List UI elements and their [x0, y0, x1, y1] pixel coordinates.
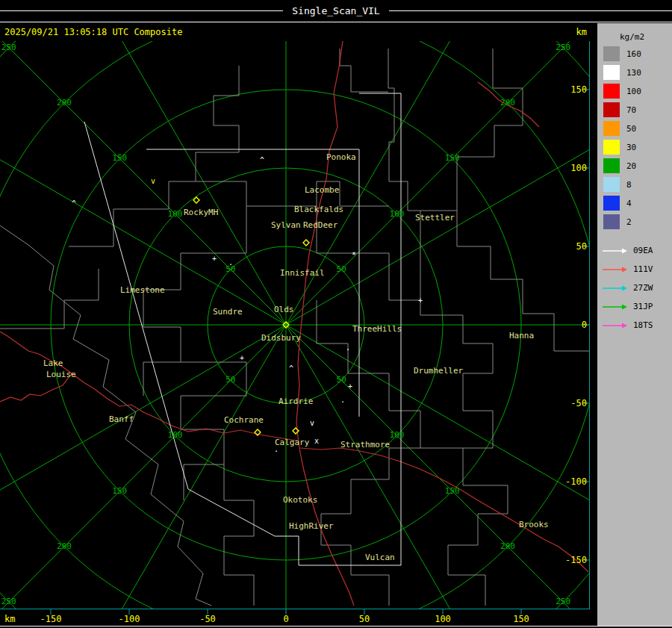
city-label: Innisfail — [280, 268, 325, 278]
ring-distance-label: 150 — [112, 486, 127, 496]
colorbar-value: 4 — [626, 199, 632, 208]
colorbar-swatch — [603, 158, 620, 173]
radar-arrow-icon — [602, 246, 629, 255]
town-marker: v — [151, 177, 155, 185]
x-axis-tick-label: 0 — [283, 614, 288, 624]
town-marker: x — [314, 437, 319, 445]
city-label: Sundre — [213, 307, 243, 317]
colorbar-value: 2 — [626, 217, 632, 227]
colorbar-entry: 70 — [603, 102, 672, 117]
ring-distance-label: 150 — [445, 153, 460, 163]
ring-distance-label: 50 — [337, 375, 346, 385]
city-label: Sylvan — [271, 220, 301, 230]
colorbar-swatch — [603, 214, 620, 229]
city-label: Louise — [46, 370, 76, 379]
y-axis-tick-label: -150 — [565, 555, 587, 565]
colorbar-value: 8 — [626, 180, 632, 190]
station-marker-diamond — [303, 240, 309, 246]
ring-distance-label: 200 — [500, 98, 515, 108]
radar-arrow-icon — [602, 302, 629, 311]
window-title: Single_Scan_VIL — [283, 5, 388, 16]
timestamp: 2025/09/21 13:05:18 UTC Composite — [4, 27, 182, 37]
y-axis-tick-label: 50 — [576, 241, 587, 252]
colorbar-value: 100 — [626, 87, 641, 96]
town-marker: ^ — [289, 364, 293, 373]
colorbar-entry: 4 — [603, 196, 672, 211]
title-rule-left — [0, 10, 283, 11]
colorbar-entry: 20 — [603, 158, 672, 173]
city-label: Banff — [109, 414, 134, 424]
x-axis-tick-label: -100 — [119, 614, 140, 624]
radar-arrow-icon — [602, 321, 629, 330]
town-marker: . — [274, 445, 279, 453]
colorbar-units: kg/m2 — [620, 32, 672, 42]
colorbar-list: 16013010070503020842 — [603, 46, 672, 229]
town-marker: + — [212, 255, 217, 263]
radar-app-window: Single_Scan_VIL — [0, 0, 672, 628]
city-label: Blackfalds — [294, 205, 343, 214]
title-rule-right — [389, 10, 672, 11]
city-label: Brooks — [519, 520, 549, 529]
colorbar-entry: 130 — [603, 65, 672, 80]
colorbar-value: 70 — [626, 105, 636, 115]
colorbar-swatch — [603, 46, 620, 61]
colorbar-entry: 160 — [603, 46, 672, 61]
city-label: Vulcan — [365, 553, 395, 562]
colorbar-value: 50 — [626, 124, 636, 134]
radar-site-id: 09EA — [633, 246, 653, 255]
y-axis-units: km — [576, 27, 587, 37]
radar-site-id: 31JP — [633, 302, 653, 311]
colorbar-swatch — [603, 65, 620, 80]
colorbar-value: 160 — [626, 49, 641, 59]
city-label: Airdrie — [279, 397, 313, 406]
x-axis-tick-label: 100 — [435, 614, 451, 624]
colorbar-swatch — [603, 177, 620, 192]
city-label: Stettler — [415, 213, 455, 223]
ring-distance-label: 50 — [337, 264, 346, 274]
colorbar-value: 130 — [626, 68, 641, 78]
town-marker: . — [340, 396, 345, 404]
radar-legend-entry: 18TS — [602, 316, 672, 335]
ring-distance-label: 100 — [168, 209, 183, 219]
radar-legend-entry: 31JP — [602, 297, 672, 316]
cities-group: PonokaLacombeBlackfaldsSylvanRedDeerRock… — [43, 152, 549, 562]
town-marker: . — [346, 343, 350, 352]
legend-panel: kg/m2 16013010070503020842 09EA111V27ZW3… — [597, 23, 672, 626]
town-marker: ^ — [260, 156, 264, 164]
ring-distance-label: 250 — [1, 597, 16, 606]
radar-site-id: 18TS — [633, 320, 653, 330]
town-marker: + — [348, 382, 352, 391]
titlebar: Single_Scan_VIL — [0, 0, 672, 22]
radar-map: 5050505010010010010015015015015020020020… — [0, 22, 597, 628]
radar-site-id: 27ZW — [633, 283, 653, 293]
city-label: ThreeHills — [352, 324, 402, 334]
x-axis-tick-label: 50 — [359, 614, 370, 624]
town-marker: . — [228, 258, 233, 267]
ring-distance-label: 100 — [390, 430, 405, 440]
city-label: Strathmore — [340, 440, 390, 450]
y-axis-tick-label: -50 — [570, 398, 587, 408]
town-marker: + — [240, 354, 244, 362]
axes: 150100500-50-100-150-150-100-50050100150… — [0, 27, 590, 624]
colorbar-swatch — [603, 84, 620, 99]
y-axis-tick-label: -100 — [565, 476, 587, 487]
colorbar-entry: 100 — [603, 84, 672, 99]
x-axis-tick-label: -150 — [40, 614, 62, 624]
town-marker: * — [352, 251, 356, 259]
radar-legend-list: 09EA111V27ZW31JP18TS — [602, 241, 672, 335]
ring-distance-label: 100 — [390, 209, 405, 219]
city-label: Olds — [274, 305, 294, 314]
ring-distance-label: 200 — [500, 541, 515, 551]
y-axis-tick-label: 100 — [570, 163, 587, 173]
city-label: Ponoka — [326, 152, 356, 162]
town-marker: + — [418, 296, 423, 305]
colorbar-value: 30 — [626, 143, 636, 152]
town-marker: ^ — [72, 199, 76, 208]
colorbar-entry: 8 — [603, 177, 672, 192]
colorbar-value: 20 — [626, 161, 636, 171]
city-label: Drumheller — [414, 366, 464, 376]
city-label: Cochrane — [224, 415, 264, 425]
city-label: Calgary — [275, 438, 310, 447]
colorbar-swatch — [603, 121, 620, 136]
radar-legend-entry: 27ZW — [602, 279, 672, 297]
